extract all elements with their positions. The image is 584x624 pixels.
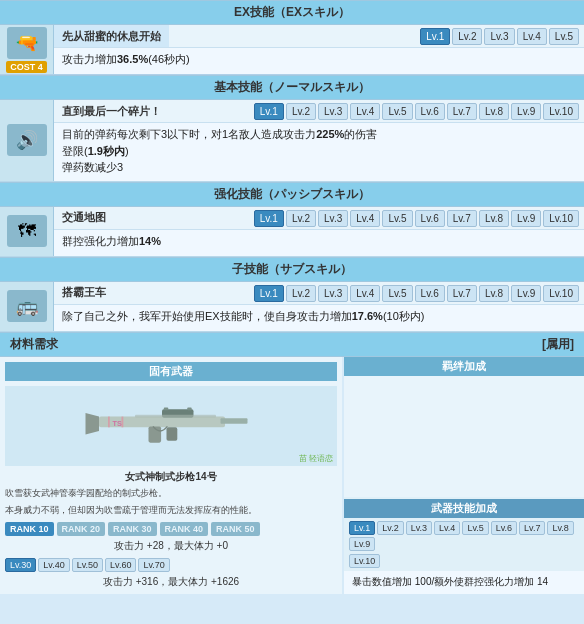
passive-lv2-button[interactable]: Lv.2 xyxy=(286,210,316,227)
ex-skill-icon: 🔫 xyxy=(7,27,47,59)
weapon-lv40-button[interactable]: Lv.40 xyxy=(38,558,69,572)
bonus-lv1-button[interactable]: Lv.1 xyxy=(349,521,375,535)
basic-skill-icon-area: 🔊 xyxy=(0,100,54,181)
svg-text:TS: TS xyxy=(113,419,122,428)
svg-rect-7 xyxy=(135,414,216,417)
ex-lv1-button[interactable]: Lv.1 xyxy=(420,28,450,45)
ex-lv3-button[interactable]: Lv.3 xyxy=(484,28,514,45)
weapon-level-bonus: 攻击力 +316，最大体力 +1626 xyxy=(5,575,337,589)
passive-lv9-button[interactable]: Lv.9 xyxy=(511,210,541,227)
sub-skill-desc: 除了自己之外，我军开始使用EX技能时，使自身攻击力增加17.6%(10秒内) xyxy=(54,304,584,331)
bonus-lv4-button[interactable]: Lv.4 xyxy=(434,521,460,535)
basic-lv3-button[interactable]: Lv.3 xyxy=(318,103,348,120)
rank10-badge[interactable]: RANK 10 xyxy=(5,522,54,536)
ex-skill-icon-area: 🔫 COST 4 xyxy=(0,25,54,74)
ex-lv4-button[interactable]: Lv.4 xyxy=(517,28,547,45)
bonus-lv7-button[interactable]: Lv.7 xyxy=(519,521,545,535)
sub-skill-name: 搭霸王车 xyxy=(54,283,114,302)
passive-skill-content: 交通地图 Lv.1 Lv.2 Lv.3 Lv.4 Lv.5 Lv.6 Lv.7 … xyxy=(54,207,584,256)
weapon-image-area: TS 苗 轻语恋 xyxy=(5,386,337,466)
basic-skill-desc: 目前的弹药每次剩下3以下时，对1名敌人造成攻击力225%的伤害 登限(1.9秒内… xyxy=(54,122,584,181)
sub-skill-content: 搭霸王车 Lv.1 Lv.2 Lv.3 Lv.4 Lv.5 Lv.6 Lv.7 … xyxy=(54,282,584,331)
weapon-lv50-button[interactable]: Lv.50 xyxy=(72,558,103,572)
ex-skill-row: 🔫 COST 4 先从甜蜜的休息开始 Lv.1 Lv.2 Lv.3 Lv.4 L… xyxy=(0,25,584,75)
svg-rect-6 xyxy=(167,427,178,441)
skill-bonus-desc: 暴击数值增加 100/额外使群控强化力增加 14 xyxy=(344,571,584,594)
rank50-badge[interactable]: RANK 50 xyxy=(211,522,260,536)
svg-rect-1 xyxy=(221,418,248,423)
passive-skill-icon-area: 🗺 xyxy=(0,207,54,256)
rank30-badge[interactable]: RANK 30 xyxy=(108,522,157,536)
passive-lv5-button[interactable]: Lv.5 xyxy=(382,210,412,227)
skill-bonus-levels: Lv.1 Lv.2 Lv.3 Lv.4 Lv.5 Lv.6 Lv.7 Lv.8 … xyxy=(344,518,584,554)
weapon-lv30-button[interactable]: Lv.30 xyxy=(5,558,36,572)
passive-skill-row: 🗺 交通地图 Lv.1 Lv.2 Lv.3 Lv.4 Lv.5 Lv.6 Lv.… xyxy=(0,207,584,257)
bonus-lv3-button[interactable]: Lv.3 xyxy=(406,521,432,535)
rank20-badge[interactable]: RANK 20 xyxy=(57,522,106,536)
passive-lv6-button[interactable]: Lv.6 xyxy=(415,210,445,227)
bonus-lv10-button[interactable]: Lv.10 xyxy=(349,554,380,568)
rank-bonus-area xyxy=(344,376,584,497)
ex-skill-header: EX技能（EXスキル） xyxy=(0,0,584,25)
sub-skill-icon: 🚌 xyxy=(7,290,47,322)
basic-skill-levels: Lv.1 Lv.2 Lv.3 Lv.4 Lv.5 Lv.6 Lv.7 Lv.8 … xyxy=(169,100,584,122)
passive-lv8-button[interactable]: Lv.8 xyxy=(479,210,509,227)
basic-skill-icon: 🔊 xyxy=(7,124,47,156)
passive-skill-levels: Lv.1 Lv.2 Lv.3 Lv.4 Lv.5 Lv.6 Lv.7 Lv.8 … xyxy=(114,207,584,229)
sub-lv1-button[interactable]: Lv.1 xyxy=(254,285,284,302)
ex-skill-levels: Lv.1 Lv.2 Lv.3 Lv.4 Lv.5 xyxy=(169,25,584,47)
basic-lv4-button[interactable]: Lv.4 xyxy=(350,103,380,120)
passive-lv4-button[interactable]: Lv.4 xyxy=(350,210,380,227)
bonus-lv8-button[interactable]: Lv.8 xyxy=(547,521,573,535)
bonus-panel-header: 羁绊加成 xyxy=(344,357,584,376)
sub-lv7-button[interactable]: Lv.7 xyxy=(447,285,477,302)
skill-bonus-header: 武器技能加成 xyxy=(344,499,584,518)
svg-rect-5 xyxy=(187,407,192,410)
basic-lv8-button[interactable]: Lv.8 xyxy=(479,103,509,120)
basic-lv2-button[interactable]: Lv.2 xyxy=(286,103,316,120)
sub-lv5-button[interactable]: Lv.5 xyxy=(382,285,412,302)
weapon-desc2: 本身威力不弱，但却因为吹雪疏于管理而无法发挥应有的性能。 xyxy=(5,504,337,517)
weapon-lv70-button[interactable]: Lv.70 xyxy=(138,558,169,572)
bonus-area: 羁绊加成 武器技能加成 Lv.1 Lv.2 Lv.3 Lv.4 Lv.5 Lv.… xyxy=(344,357,584,594)
passive-lv3-button[interactable]: Lv.3 xyxy=(318,210,348,227)
sub-skill-icon-area: 🚌 xyxy=(0,282,54,331)
rank40-badge[interactable]: RANK 40 xyxy=(160,522,209,536)
passive-lv10-button[interactable]: Lv.10 xyxy=(543,210,579,227)
bonus-lv5-button[interactable]: Lv.5 xyxy=(462,521,488,535)
sub-lv8-button[interactable]: Lv.8 xyxy=(479,285,509,302)
sub-lv9-button[interactable]: Lv.9 xyxy=(511,285,541,302)
basic-lv1-button[interactable]: Lv.1 xyxy=(254,103,284,120)
basic-lv10-button[interactable]: Lv.10 xyxy=(543,103,579,120)
sub-skill-levels: Lv.1 Lv.2 Lv.3 Lv.4 Lv.5 Lv.6 Lv.7 Lv.8 … xyxy=(114,282,584,304)
materials-body: 固有武器 xyxy=(0,357,584,594)
weapon-lv60-button[interactable]: Lv.60 xyxy=(105,558,136,572)
passive-skill-desc: 群控强化力增加14% xyxy=(54,229,584,256)
passive-lv1-button[interactable]: Lv.1 xyxy=(254,210,284,227)
basic-lv6-button[interactable]: Lv.6 xyxy=(415,103,445,120)
basic-skill-row: 🔊 直到最后一个碎片！ Lv.1 Lv.2 Lv.3 Lv.4 Lv.5 Lv.… xyxy=(0,100,584,182)
bonus-lv10-row: Lv.10 xyxy=(344,554,584,571)
bonus-lv6-button[interactable]: Lv.6 xyxy=(491,521,517,535)
basic-skill-header: 基本技能（ノーマルスキル） xyxy=(0,75,584,100)
basic-lv9-button[interactable]: Lv.9 xyxy=(511,103,541,120)
rank-row: RANK 10 RANK 20 RANK 30 RANK 40 RANK 50 xyxy=(5,522,337,536)
ex-lv2-button[interactable]: Lv.2 xyxy=(452,28,482,45)
weapon-name: 女式神制式步枪14号 xyxy=(5,470,337,484)
passive-skill-header: 强化技能（パッシブスキル） xyxy=(0,182,584,207)
weapon-desc1: 吹雪获女武神管泰学园配给的制式步枪。 xyxy=(5,487,337,500)
materials-header-label: 材料需求 xyxy=(10,336,58,353)
sub-skill-row: 🚌 搭霸王车 Lv.1 Lv.2 Lv.3 Lv.4 Lv.5 Lv.6 Lv.… xyxy=(0,282,584,332)
ex-lv5-button[interactable]: Lv.5 xyxy=(549,28,579,45)
basic-lv5-button[interactable]: Lv.5 xyxy=(382,103,412,120)
sub-lv6-button[interactable]: Lv.6 xyxy=(415,285,445,302)
basic-lv7-button[interactable]: Lv.7 xyxy=(447,103,477,120)
sub-lv4-button[interactable]: Lv.4 xyxy=(350,285,380,302)
bonus-lv2-button[interactable]: Lv.2 xyxy=(377,521,403,535)
passive-lv7-button[interactable]: Lv.7 xyxy=(447,210,477,227)
sub-lv2-button[interactable]: Lv.2 xyxy=(286,285,316,302)
bonus-lv9-button[interactable]: Lv.9 xyxy=(349,537,375,551)
sub-lv10-button[interactable]: Lv.10 xyxy=(543,285,579,302)
sub-lv3-button[interactable]: Lv.3 xyxy=(318,285,348,302)
weapon-watermark: 苗 轻语恋 xyxy=(299,453,333,464)
